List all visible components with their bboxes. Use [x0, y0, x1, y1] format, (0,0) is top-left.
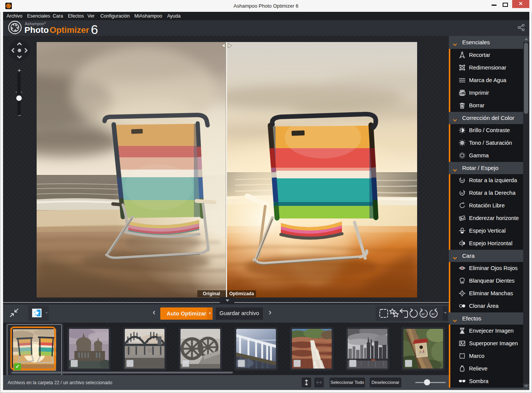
svg-text:90°: 90°	[422, 313, 426, 315]
svg-text:Original: Original	[203, 291, 220, 296]
svg-text:90°: 90°	[461, 192, 464, 194]
svg-text:6: 6	[91, 22, 98, 36]
svg-text:Optimizer: Optimizer	[50, 25, 89, 35]
svg-text:90°: 90°	[461, 180, 464, 182]
svg-text:Photo: Photo	[24, 25, 49, 35]
svg-text:90°: 90°	[432, 313, 435, 315]
svg-text:Optimizada: Optimizada	[229, 291, 254, 296]
